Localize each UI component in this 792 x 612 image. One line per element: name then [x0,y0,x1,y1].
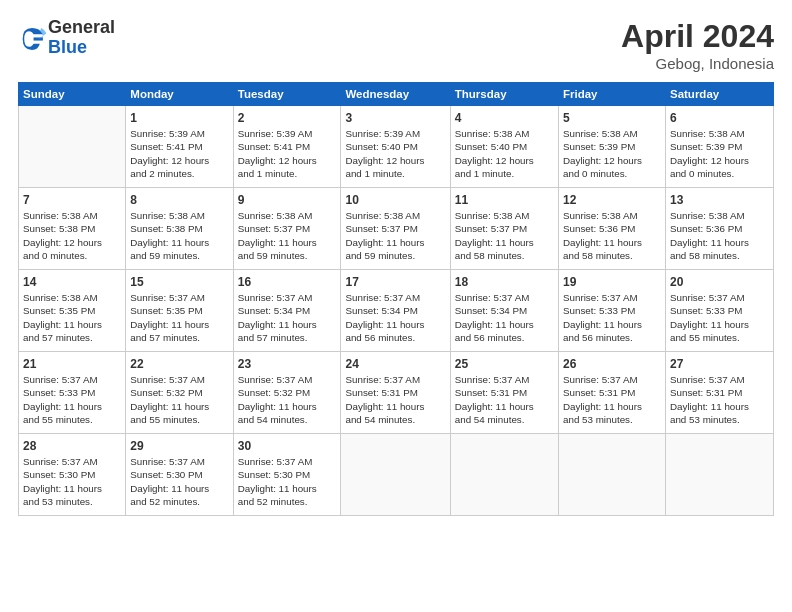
day-info: Sunrise: 5:37 AMSunset: 5:30 PMDaylight:… [130,455,228,508]
day-info: Sunrise: 5:38 AMSunset: 5:37 PMDaylight:… [455,209,554,262]
day-number: 27 [670,356,769,372]
table-row: 9Sunrise: 5:38 AMSunset: 5:37 PMDaylight… [233,188,341,270]
table-row: 29Sunrise: 5:37 AMSunset: 5:30 PMDayligh… [126,434,233,516]
table-row: 26Sunrise: 5:37 AMSunset: 5:31 PMDayligh… [558,352,665,434]
calendar-week-row: 28Sunrise: 5:37 AMSunset: 5:30 PMDayligh… [19,434,774,516]
day-info: Sunrise: 5:38 AMSunset: 5:37 PMDaylight:… [345,209,445,262]
day-info: Sunrise: 5:37 AMSunset: 5:33 PMDaylight:… [670,291,769,344]
table-row: 1Sunrise: 5:39 AMSunset: 5:41 PMDaylight… [126,106,233,188]
day-number: 22 [130,356,228,372]
table-row: 4Sunrise: 5:38 AMSunset: 5:40 PMDaylight… [450,106,558,188]
table-row: 17Sunrise: 5:37 AMSunset: 5:34 PMDayligh… [341,270,450,352]
table-row: 12Sunrise: 5:38 AMSunset: 5:36 PMDayligh… [558,188,665,270]
table-row: 27Sunrise: 5:37 AMSunset: 5:31 PMDayligh… [665,352,773,434]
day-number: 24 [345,356,445,372]
day-number: 13 [670,192,769,208]
day-info: Sunrise: 5:38 AMSunset: 5:36 PMDaylight:… [670,209,769,262]
day-info: Sunrise: 5:37 AMSunset: 5:34 PMDaylight:… [455,291,554,344]
day-number: 7 [23,192,121,208]
day-info: Sunrise: 5:37 AMSunset: 5:30 PMDaylight:… [238,455,337,508]
logo-text: General Blue [48,18,115,58]
day-info: Sunrise: 5:37 AMSunset: 5:34 PMDaylight:… [238,291,337,344]
logo-blue: Blue [48,38,115,58]
day-number: 19 [563,274,661,290]
day-number: 8 [130,192,228,208]
table-row: 7Sunrise: 5:38 AMSunset: 5:38 PMDaylight… [19,188,126,270]
day-number: 6 [670,110,769,126]
day-info: Sunrise: 5:37 AMSunset: 5:30 PMDaylight:… [23,455,121,508]
calendar-week-row: 1Sunrise: 5:39 AMSunset: 5:41 PMDaylight… [19,106,774,188]
table-row: 22Sunrise: 5:37 AMSunset: 5:32 PMDayligh… [126,352,233,434]
day-info: Sunrise: 5:37 AMSunset: 5:33 PMDaylight:… [23,373,121,426]
table-row: 25Sunrise: 5:37 AMSunset: 5:31 PMDayligh… [450,352,558,434]
page: General Blue April 2024 Gebog, Indonesia… [0,0,792,612]
table-row: 13Sunrise: 5:38 AMSunset: 5:36 PMDayligh… [665,188,773,270]
table-row: 24Sunrise: 5:37 AMSunset: 5:31 PMDayligh… [341,352,450,434]
logo-general: General [48,18,115,38]
day-info: Sunrise: 5:39 AMSunset: 5:41 PMDaylight:… [130,127,228,180]
title-month: April 2024 [621,18,774,55]
calendar-week-row: 14Sunrise: 5:38 AMSunset: 5:35 PMDayligh… [19,270,774,352]
table-row: 5Sunrise: 5:38 AMSunset: 5:39 PMDaylight… [558,106,665,188]
day-number: 2 [238,110,337,126]
table-row: 8Sunrise: 5:38 AMSunset: 5:38 PMDaylight… [126,188,233,270]
table-row: 16Sunrise: 5:37 AMSunset: 5:34 PMDayligh… [233,270,341,352]
day-number: 30 [238,438,337,454]
col-tuesday: Tuesday [233,83,341,106]
day-number: 1 [130,110,228,126]
table-row: 10Sunrise: 5:38 AMSunset: 5:37 PMDayligh… [341,188,450,270]
day-number: 5 [563,110,661,126]
table-row: 2Sunrise: 5:39 AMSunset: 5:41 PMDaylight… [233,106,341,188]
day-number: 14 [23,274,121,290]
day-number: 18 [455,274,554,290]
day-number: 10 [345,192,445,208]
day-number: 9 [238,192,337,208]
day-info: Sunrise: 5:37 AMSunset: 5:34 PMDaylight:… [345,291,445,344]
day-info: Sunrise: 5:37 AMSunset: 5:32 PMDaylight:… [130,373,228,426]
table-row: 28Sunrise: 5:37 AMSunset: 5:30 PMDayligh… [19,434,126,516]
day-number: 17 [345,274,445,290]
table-row: 3Sunrise: 5:39 AMSunset: 5:40 PMDaylight… [341,106,450,188]
table-row [19,106,126,188]
day-info: Sunrise: 5:38 AMSunset: 5:38 PMDaylight:… [130,209,228,262]
day-number: 16 [238,274,337,290]
day-number: 25 [455,356,554,372]
calendar-header-row: Sunday Monday Tuesday Wednesday Thursday… [19,83,774,106]
day-number: 29 [130,438,228,454]
table-row [450,434,558,516]
col-friday: Friday [558,83,665,106]
day-number: 21 [23,356,121,372]
col-saturday: Saturday [665,83,773,106]
table-row [558,434,665,516]
calendar-week-row: 21Sunrise: 5:37 AMSunset: 5:33 PMDayligh… [19,352,774,434]
day-info: Sunrise: 5:37 AMSunset: 5:31 PMDaylight:… [563,373,661,426]
day-info: Sunrise: 5:38 AMSunset: 5:40 PMDaylight:… [455,127,554,180]
day-number: 15 [130,274,228,290]
col-monday: Monday [126,83,233,106]
table-row [341,434,450,516]
table-row [665,434,773,516]
table-row: 23Sunrise: 5:37 AMSunset: 5:32 PMDayligh… [233,352,341,434]
day-number: 20 [670,274,769,290]
table-row: 11Sunrise: 5:38 AMSunset: 5:37 PMDayligh… [450,188,558,270]
day-info: Sunrise: 5:37 AMSunset: 5:31 PMDaylight:… [455,373,554,426]
table-row: 21Sunrise: 5:37 AMSunset: 5:33 PMDayligh… [19,352,126,434]
day-info: Sunrise: 5:37 AMSunset: 5:31 PMDaylight:… [670,373,769,426]
header: General Blue April 2024 Gebog, Indonesia [18,18,774,72]
col-thursday: Thursday [450,83,558,106]
logo-icon [18,25,46,53]
day-info: Sunrise: 5:38 AMSunset: 5:37 PMDaylight:… [238,209,337,262]
table-row: 6Sunrise: 5:38 AMSunset: 5:39 PMDaylight… [665,106,773,188]
day-number: 26 [563,356,661,372]
day-info: Sunrise: 5:37 AMSunset: 5:31 PMDaylight:… [345,373,445,426]
day-number: 11 [455,192,554,208]
day-info: Sunrise: 5:38 AMSunset: 5:39 PMDaylight:… [563,127,661,180]
calendar-week-row: 7Sunrise: 5:38 AMSunset: 5:38 PMDaylight… [19,188,774,270]
day-info: Sunrise: 5:37 AMSunset: 5:35 PMDaylight:… [130,291,228,344]
col-wednesday: Wednesday [341,83,450,106]
table-row: 14Sunrise: 5:38 AMSunset: 5:35 PMDayligh… [19,270,126,352]
col-sunday: Sunday [19,83,126,106]
day-info: Sunrise: 5:38 AMSunset: 5:39 PMDaylight:… [670,127,769,180]
day-info: Sunrise: 5:37 AMSunset: 5:33 PMDaylight:… [563,291,661,344]
day-number: 28 [23,438,121,454]
